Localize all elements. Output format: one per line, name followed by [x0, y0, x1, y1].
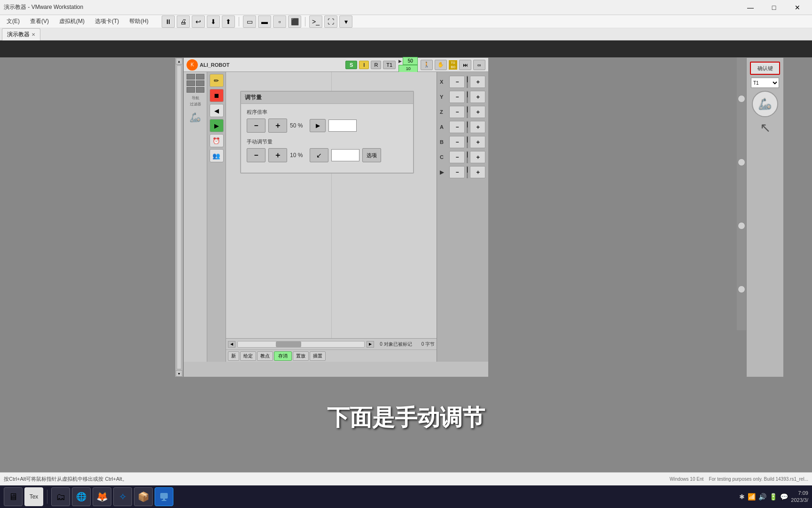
status-text-2: 0 字节: [422, 341, 435, 348]
adj-input-2[interactable]: [331, 149, 359, 161]
axis-c-plus-btn[interactable]: ＋: [470, 151, 485, 163]
scroll-bar-h[interactable]: [237, 341, 365, 348]
axis-c-minus-btn[interactable]: －: [449, 151, 465, 163]
axis-z-minus-btn[interactable]: －: [449, 106, 465, 118]
nav-play-btn[interactable]: ▶: [210, 119, 224, 132]
maximize-button[interactable]: □: [763, 0, 785, 15]
nav-back-btn[interactable]: ◀: [210, 104, 224, 117]
taskbar-firefox-btn[interactable]: 🦊: [93, 487, 111, 506]
axis-y-divider: |: [467, 91, 468, 103]
axis-b-minus-btn[interactable]: －: [449, 136, 465, 148]
status-save-btn[interactable]: 存消: [274, 351, 292, 361]
axis-play-minus-btn[interactable]: －: [449, 166, 465, 178]
toolbar-btn-5[interactable]: ▭: [243, 16, 256, 28]
close-button[interactable]: ✕: [787, 0, 808, 15]
status-set-btn[interactable]: 给定: [240, 351, 256, 361]
menu-file[interactable]: 文(E): [2, 16, 24, 27]
taskbar-explorer-btn[interactable]: 🗂: [51, 487, 70, 506]
adj-minus-2-btn[interactable]: －: [247, 148, 265, 162]
status-replay-btn[interactable]: 置放: [293, 351, 309, 361]
right-circle-3: [738, 222, 745, 230]
work-area: 调节量 程序倍率 － ＋ 50 % ▶ 手动调节量: [226, 72, 437, 362]
axis-x-label: X: [440, 79, 447, 85]
axis-play-plus-btn[interactable]: ＋: [470, 166, 485, 178]
toolbar-btn-8[interactable]: ⬛: [288, 16, 301, 28]
menu-vm[interactable]: 虚拟机(M): [55, 16, 89, 27]
indicator-row-3: [185, 87, 206, 93]
menu-view[interactable]: 查看(V): [25, 16, 54, 27]
scroll-right-btn[interactable]: ▶: [367, 341, 374, 348]
t1-dropdown[interactable]: T1: [751, 78, 779, 88]
toolbar-btn-2[interactable]: ↩: [192, 16, 205, 28]
axis-a-minus-btn[interactable]: －: [449, 121, 465, 133]
taskbar-files-btn[interactable]: 🖥: [4, 487, 23, 506]
nav-clock-btn[interactable]: ⏰: [210, 134, 224, 147]
robot-btn-s[interactable]: S: [345, 61, 357, 69]
axis-y-minus-btn[interactable]: －: [449, 91, 465, 103]
robot-loop-btn[interactable]: ∞: [473, 60, 485, 70]
axis-y-plus-btn[interactable]: ＋: [470, 91, 485, 103]
menu-help[interactable]: 帮助(H): [125, 16, 153, 27]
axis-x-minus-btn[interactable]: －: [449, 76, 465, 88]
toolbar-btn-4[interactable]: ⬆: [222, 16, 235, 28]
arrow-icon[interactable]: ↖: [760, 120, 771, 135]
minimize-button[interactable]: —: [740, 0, 761, 15]
adj-play-btn[interactable]: ▶: [310, 119, 326, 132]
nav-edit-btn[interactable]: ✏: [210, 74, 224, 87]
adj-plus-1-btn[interactable]: ＋: [268, 119, 287, 133]
status-new-btn[interactable]: 新: [228, 351, 239, 361]
robot-skip-btn[interactable]: ⏭: [459, 60, 471, 70]
far-right-control-panel: 确认键 T1 🦾 ↖: [746, 57, 784, 377]
nav-person-btn[interactable]: 👥: [210, 149, 224, 162]
adj-arrow-btn[interactable]: ↙: [310, 148, 328, 162]
battery-icon[interactable]: 🔋: [769, 493, 777, 500]
taskbar-app5-btn[interactable]: 📦: [134, 487, 153, 506]
menu-tabs[interactable]: 选项卡(T): [90, 16, 124, 27]
axis-play-row: ▶ － | ＋: [440, 166, 485, 178]
tab-close-icon[interactable]: ✕: [31, 32, 35, 37]
taskbar-edge-btn[interactable]: ✧: [113, 487, 132, 506]
clock-area[interactable]: 7:09 2023/3/: [791, 490, 808, 504]
axis-a-divider: |: [467, 121, 468, 133]
scroll-left-btn[interactable]: ◀: [228, 341, 235, 348]
adj-select-btn[interactable]: 选项: [362, 148, 381, 162]
toolbar-btn-1[interactable]: 🖨: [177, 16, 190, 28]
axis-y-label: Y: [440, 94, 447, 100]
adj-plus-2-btn[interactable]: ＋: [268, 148, 287, 162]
side-scroll-down[interactable]: ▼: [176, 370, 182, 377]
robot-arm-visual[interactable]: 🦾: [752, 91, 778, 117]
toolbar-btn-3[interactable]: ⬇: [207, 16, 220, 28]
status-teach-btn[interactable]: 教点: [257, 351, 273, 361]
bluetooth-icon[interactable]: ✱: [739, 493, 745, 500]
adj-row-1: － ＋ 50 % ▶: [247, 119, 407, 133]
robot-btn-t1[interactable]: T1: [383, 61, 396, 69]
axis-x-plus-btn[interactable]: ＋: [470, 76, 485, 88]
taskbar-chrome-btn[interactable]: 🌐: [72, 487, 91, 506]
pause-button[interactable]: ⏸: [162, 16, 175, 28]
robot-btn-i[interactable]: I: [359, 61, 369, 69]
robot-btn-r[interactable]: R: [371, 61, 381, 69]
toolbar-btn-10[interactable]: ⛶: [324, 16, 337, 28]
status-insert-btn[interactable]: 插置: [310, 351, 326, 361]
confirm-button[interactable]: 确认键: [750, 62, 780, 75]
toolbar-dropdown[interactable]: ▾: [339, 16, 352, 28]
robot-person-icon-btn[interactable]: 🚶: [421, 60, 433, 70]
robot-hand-icon-btn[interactable]: ✋: [435, 60, 447, 70]
axis-a-plus-btn[interactable]: ＋: [470, 121, 485, 133]
network-icon[interactable]: 📶: [748, 493, 756, 500]
main-tab[interactable]: 演示教器 ✕: [2, 28, 40, 40]
axis-z-plus-btn[interactable]: ＋: [470, 106, 485, 118]
axis-b-plus-btn[interactable]: ＋: [470, 136, 485, 148]
adj-minus-1-btn[interactable]: －: [247, 119, 265, 133]
toolbar-btn-9[interactable]: >_: [309, 16, 322, 28]
toolbar-btn-7[interactable]: ▫: [273, 16, 286, 28]
side-scroll-up[interactable]: ▲: [176, 58, 182, 64]
taskbar-search-btn[interactable]: Tex: [24, 487, 43, 506]
taskbar-vmware-btn[interactable]: [155, 487, 173, 506]
notification-icon[interactable]: 💬: [780, 493, 788, 500]
adj-input-1[interactable]: [328, 119, 357, 132]
toolbar-sep-2: [305, 17, 305, 26]
volume-icon[interactable]: 🔊: [758, 493, 766, 500]
toolbar-btn-6[interactable]: ▬: [258, 16, 271, 28]
nav-stop-btn[interactable]: ⏹: [210, 89, 224, 102]
